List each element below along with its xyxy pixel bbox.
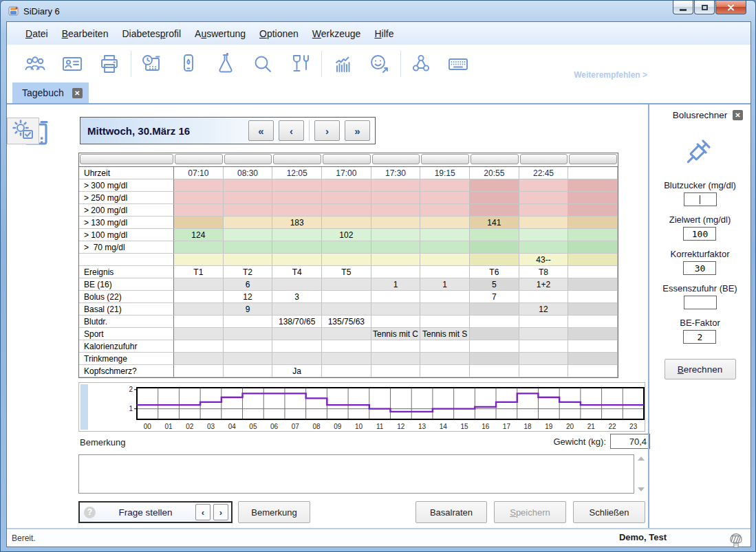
flask-icon[interactable] — [214, 52, 237, 76]
table-cell[interactable] — [568, 340, 618, 353]
table-cell[interactable] — [174, 353, 224, 365]
id-card-icon[interactable] — [61, 52, 84, 76]
table-cell[interactable] — [519, 328, 569, 340]
pot-icon[interactable]: ! — [728, 530, 744, 551]
table-cell[interactable] — [420, 316, 470, 328]
table-cell[interactable] — [470, 316, 519, 328]
berechnen-button[interactable]: Berechnen — [665, 359, 736, 379]
menu-diabetesprofil[interactable]: Diabetesprofil — [115, 25, 188, 42]
weiterempfehlen-link[interactable]: Weiterempfehlen > — [574, 70, 647, 80]
table-cell[interactable] — [519, 241, 569, 254]
table-cell[interactable]: 5 — [470, 278, 519, 291]
table-cell[interactable] — [272, 229, 322, 241]
column-header-button[interactable] — [371, 153, 421, 167]
menu-werkzeuge[interactable]: Werkzeuge — [305, 25, 368, 42]
table-cell[interactable] — [470, 365, 519, 377]
scroll-up-icon[interactable] — [638, 456, 645, 461]
table-cell[interactable] — [568, 204, 618, 217]
close-button[interactable] — [715, 1, 746, 14]
table-cell[interactable] — [420, 179, 470, 192]
table-cell[interactable] — [420, 217, 470, 229]
table-cell[interactable] — [371, 192, 421, 204]
table-cell[interactable] — [174, 241, 224, 254]
table-cell[interactable] — [224, 217, 273, 229]
table-cell[interactable] — [371, 229, 421, 241]
table-cell[interactable] — [371, 340, 421, 353]
time-cell[interactable]: 22:45 — [519, 167, 569, 179]
table-cell[interactable]: 7 — [470, 291, 519, 303]
search-icon[interactable] — [251, 52, 274, 76]
column-header-button[interactable] — [519, 153, 569, 167]
table-cell[interactable] — [224, 241, 273, 254]
table-cell[interactable] — [272, 328, 322, 340]
keyboard-icon[interactable] — [446, 52, 470, 76]
table-cell[interactable] — [224, 340, 273, 353]
table-cell[interactable]: T5 — [322, 266, 371, 278]
table-cell[interactable] — [174, 365, 224, 377]
question-next-button[interactable]: › — [213, 504, 228, 520]
table-cell[interactable]: T1 — [174, 266, 224, 278]
maximize-button[interactable] — [694, 1, 715, 14]
table-cell[interactable]: 43-- — [519, 254, 569, 266]
table-cell[interactable] — [371, 316, 421, 328]
time-cell[interactable]: 20:55 — [470, 167, 519, 179]
table-cell[interactable] — [519, 365, 569, 377]
table-cell[interactable] — [371, 303, 421, 316]
table-cell[interactable] — [519, 204, 569, 217]
table-cell[interactable] — [174, 316, 224, 328]
table-cell[interactable] — [568, 303, 618, 316]
table-cell[interactable]: 3 — [272, 291, 322, 303]
table-cell[interactable] — [371, 365, 421, 377]
column-header-button[interactable] — [272, 153, 322, 167]
table-cell[interactable]: T8 — [519, 266, 569, 278]
column-header-button[interactable] — [568, 153, 618, 167]
table-cell[interactable] — [568, 266, 618, 278]
tab-tagebuch[interactable]: Tagebuch ✕ — [12, 82, 89, 103]
table-cell[interactable] — [519, 217, 569, 229]
column-header-button[interactable] — [322, 153, 371, 167]
table-cell[interactable] — [272, 353, 322, 365]
speichern-button[interactable]: Speichern — [494, 501, 566, 523]
time-cell[interactable]: 08:30 — [224, 167, 273, 179]
blutzucker-input[interactable] — [684, 192, 717, 206]
table-cell[interactable] — [371, 254, 421, 266]
table-cell[interactable] — [322, 353, 371, 365]
table-cell[interactable] — [470, 303, 519, 316]
table-cell[interactable] — [420, 353, 470, 365]
table-cell[interactable]: 102 — [322, 229, 371, 241]
table-cell[interactable] — [519, 179, 569, 192]
table-cell[interactable]: 9 — [224, 303, 273, 316]
table-cell[interactable]: 141 — [470, 217, 519, 229]
table-cell[interactable]: 1 — [371, 278, 421, 291]
table-cell[interactable] — [322, 291, 371, 303]
table-cell[interactable]: 183 — [272, 217, 322, 229]
column-header-button[interactable] — [224, 153, 273, 167]
table-cell[interactable] — [568, 254, 618, 266]
table-cell[interactable] — [272, 303, 322, 316]
table-cell[interactable] — [174, 192, 224, 204]
table-cell[interactable] — [272, 192, 322, 204]
table-cell[interactable] — [420, 229, 470, 241]
table-cell[interactable]: 1+2 — [519, 278, 569, 291]
table-cell[interactable] — [371, 291, 421, 303]
menu-auswertung[interactable]: Auswertung — [188, 25, 252, 42]
table-cell[interactable] — [568, 179, 618, 192]
menu-bearbeiten[interactable]: Bearbeiten — [55, 25, 116, 42]
table-cell[interactable] — [568, 192, 618, 204]
tab-close-icon[interactable]: ✕ — [72, 88, 83, 98]
table-cell[interactable] — [519, 353, 569, 365]
table-cell[interactable] — [568, 217, 618, 229]
time-cell[interactable]: 12:05 — [272, 167, 322, 179]
scroll-down-icon[interactable] — [638, 487, 645, 492]
table-cell[interactable] — [371, 241, 421, 254]
table-cell[interactable] — [322, 204, 371, 217]
bemerkung-textarea[interactable] — [78, 454, 634, 494]
table-cell[interactable] — [224, 179, 273, 192]
table-cell[interactable] — [568, 229, 618, 241]
table-cell[interactable] — [568, 328, 618, 340]
table-cell[interactable] — [224, 229, 273, 241]
statistics-icon[interactable] — [330, 52, 354, 76]
table-cell[interactable] — [371, 204, 421, 217]
column-header-button[interactable] — [420, 153, 470, 167]
table-cell[interactable] — [322, 254, 371, 266]
